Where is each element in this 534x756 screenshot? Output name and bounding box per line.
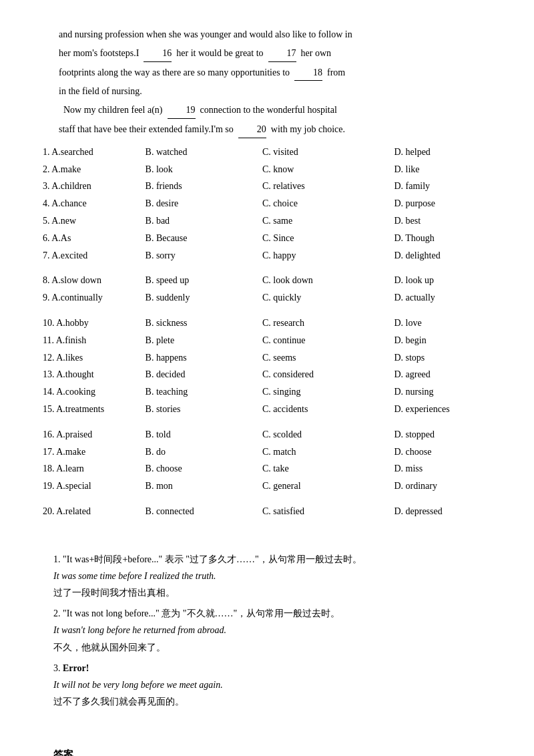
q20-d: D. depressed [391, 503, 494, 520]
q3-b: B. friends [143, 178, 260, 195]
note-1-zh-explain: "It was+时间段+before..." 表示 "过了多久才……"，从句常用… [63, 554, 362, 564]
questions-1-7: 1. A.searched B. watched C. visited D. h… [40, 144, 494, 264]
blank-16: 16 [144, 45, 172, 62]
q18-b: B. choose [143, 460, 260, 478]
answers-section: 答案 Ⅰ.1.solve 2.explored 3.goal 4.anyhow … [40, 739, 494, 756]
q17-b: B. do [143, 443, 260, 461]
q4-c: C. choice [260, 195, 391, 212]
questions-8-9: 8. A.slow down B. speed up C. look down … [40, 272, 494, 307]
passage-line2: her mom's footsteps.I 16 her it would be… [40, 45, 494, 62]
question-20: 20. A.related B. connected C. satisfied … [40, 503, 494, 520]
q4-b: B. desire [143, 195, 260, 212]
q1-b: B. watched [143, 144, 260, 161]
q19-d: D. ordinary [391, 478, 494, 495]
note-1-num: 1. [53, 554, 63, 564]
q13-d: D. agreed [391, 366, 494, 383]
q16-b: B. told [143, 426, 260, 443]
q9-c: C. quickly [260, 289, 391, 307]
table-row: 9. A.continually B. suddenly C. quickly … [40, 289, 494, 307]
q17-d: D. choose [391, 443, 494, 461]
q6-b: B. Because [143, 230, 260, 247]
note-3-en-example: It will not be very long before we meet … [53, 680, 223, 690]
q5-b: B. bad [143, 212, 260, 230]
table-row: 16. A.praised B. told C. scolded D. stop… [40, 426, 494, 443]
blank-18: 18 [294, 65, 322, 81]
table-row: 4. A.chance B. desire C. choice D. purpo… [40, 195, 494, 212]
q15-d: D. experiences [391, 401, 494, 418]
q20-a: 20. A.related [40, 503, 143, 520]
q13-c: C. considered [260, 366, 391, 383]
table-row: 1. A.searched B. watched C. visited D. h… [40, 144, 494, 161]
q19-c: C. general [260, 478, 391, 495]
q7-a: 7. A.excited [40, 247, 143, 264]
q18-c: C. take [260, 460, 391, 478]
q17-c: C. match [260, 443, 391, 461]
note-2-en-example: It wasn't long before he returned from a… [53, 625, 226, 635]
table-row: 10. A.hobby B. sickness C. research D. l… [40, 315, 494, 332]
q11-d: D. begin [391, 332, 494, 349]
q2-c: C. know [260, 161, 391, 178]
note-2-num: 2. [53, 608, 63, 618]
q12-c: C. seems [260, 349, 391, 367]
passage-line3: footprints along the way as there are so… [40, 65, 494, 81]
q15-b: B. stories [143, 401, 260, 418]
q1-a: 1. A.searched [40, 144, 143, 161]
q16-d: D. stopped [391, 426, 494, 443]
q5-d: D. best [391, 212, 494, 230]
q8-b: B. speed up [143, 272, 260, 289]
q8-d: D. look up [391, 272, 494, 289]
q12-d: D. stops [391, 349, 494, 367]
q10-d: D. love [391, 315, 494, 332]
q10-c: C. research [260, 315, 391, 332]
table-row: 20. A.related B. connected C. satisfied … [40, 503, 494, 520]
q8-c: C. look down [260, 272, 391, 289]
q14-b: B. teaching [143, 383, 260, 401]
table-row: 19. A.special B. mon C. general D. ordin… [40, 478, 494, 495]
passage-line1: and nursing profession when she was youn… [40, 27, 494, 43]
q10-b: B. sickness [143, 315, 260, 332]
table-row: 3. A.children B. friends C. relatives D.… [40, 178, 494, 195]
table-row: 8. A.slow down B. speed up C. look down … [40, 272, 494, 289]
grammar-notes-section: 1. "It was+时间段+before..." 表示 "过了多久才……"，从… [40, 544, 494, 721]
table-row: 5. A.new B. bad C. same D. best [40, 212, 494, 230]
note-3-num: 3. [53, 663, 63, 673]
q16-a: 16. A.praised [40, 426, 143, 443]
q1-c: C. visited [260, 144, 391, 161]
q3-c: C. relatives [260, 178, 391, 195]
table-row: 14. A.cooking B. teaching C. singing D. … [40, 383, 494, 401]
q1-d: D. helped [391, 144, 494, 161]
note-1-zh-example: 过了一段时间我才悟出真相。 [53, 588, 175, 598]
q18-a: 18. A.learn [40, 460, 143, 478]
q14-d: D. nursing [391, 383, 494, 401]
q3-d: D. family [391, 178, 494, 195]
q2-d: D. like [391, 161, 494, 178]
table-row: 17. A.make B. do C. match D. choose [40, 443, 494, 461]
passage-line5: Now my children feel a(n) 19 connection … [40, 102, 494, 119]
table-row: 15. A.treatments B. stories C. accidents… [40, 401, 494, 418]
q18-d: D. miss [391, 460, 494, 478]
table-row: 7. A.excited B. sorry C. happy D. deligh… [40, 247, 494, 264]
table-row: 12. A.likes B. happens C. seems D. stops [40, 349, 494, 367]
table-row: 2. A.make B. look C. know D. like [40, 161, 494, 178]
table-row: 13. A.thought B. decided C. considered D… [40, 366, 494, 383]
q6-c: C. Since [260, 230, 391, 247]
q11-b: B. plete [143, 332, 260, 349]
q16-c: C. scolded [260, 426, 391, 443]
note-2-zh-explain: "It was not long before..." 意为 "不久就……"，从… [63, 608, 340, 618]
q7-c: C. happy [260, 247, 391, 264]
table-row: 11. A.finish B. plete C. continue D. beg… [40, 332, 494, 349]
passage-line4: in the field of nursing. [40, 83, 494, 100]
table-row: 18. A.learn B. choose C. take D. miss [40, 460, 494, 478]
q11-a: 11. A.finish [40, 332, 143, 349]
grammar-note-3: 3. Error! It will not be very long befor… [53, 660, 481, 711]
answers-title: 答案 [53, 746, 481, 756]
note-3-label-bold: Error! [63, 663, 89, 673]
q19-b: B. mon [143, 478, 260, 495]
blank-20: 20 [238, 122, 266, 138]
q13-b: B. decided [143, 366, 260, 383]
q14-c: C. singing [260, 383, 391, 401]
grammar-note-2: 2. "It was not long before..." 意为 "不久就……… [53, 605, 481, 656]
q3-a: 3. A.children [40, 178, 143, 195]
q7-b: B. sorry [143, 247, 260, 264]
q17-a: 17. A.make [40, 443, 143, 461]
